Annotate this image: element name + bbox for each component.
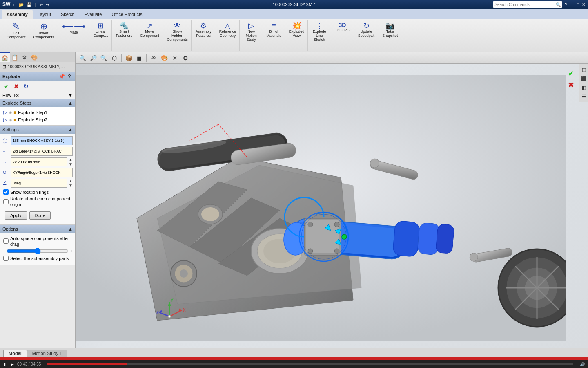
distance-input[interactable] bbox=[11, 157, 67, 166]
rotate-about-checkbox[interactable] bbox=[3, 199, 9, 204]
assembly-features-btn[interactable]: ⚙ AssemblyFeatures bbox=[194, 21, 213, 38]
angle-input[interactable] bbox=[11, 179, 67, 188]
group-show-hidden: 👁 ShowHiddenComponents bbox=[164, 20, 192, 51]
move-component-btn[interactable]: ↗ MoveComponent bbox=[138, 21, 161, 38]
svg-text:Y: Y bbox=[171, 298, 174, 303]
panel-tab-property-manager[interactable]: 📋 bbox=[10, 52, 20, 62]
display-style-btn[interactable]: ◼ bbox=[135, 54, 144, 63]
appearance-btn[interactable]: 🎨 bbox=[160, 54, 169, 63]
rp-btn4[interactable]: ☰ bbox=[580, 92, 588, 101]
ref-geometry-icon: △ bbox=[225, 22, 230, 29]
play-btn[interactable]: ▶ bbox=[11, 362, 14, 366]
tab-layout[interactable]: Layout bbox=[33, 10, 56, 19]
close-btn[interactable]: ✕ bbox=[582, 2, 586, 7]
steps-collapse-icon[interactable]: ▲ bbox=[68, 101, 73, 105]
pattern-label: LinearCompo... bbox=[94, 29, 109, 38]
spacing-slider[interactable] bbox=[7, 248, 68, 254]
svg-point-10 bbox=[201, 207, 219, 221]
maximize-btn[interactable]: □ bbox=[577, 2, 579, 7]
edit-component-btn[interactable]: ✎ EditComponent bbox=[5, 21, 27, 40]
redo-btn[interactable]: ↪ bbox=[46, 2, 49, 7]
distance-up-btn[interactable]: ▲ bbox=[69, 157, 73, 162]
view-orient-btn[interactable]: 📦 bbox=[124, 54, 133, 63]
ref-geometry-btn[interactable]: △ ReferenceGeometry bbox=[218, 21, 238, 38]
mate-btn[interactable]: ⟵⟶ Mate bbox=[60, 21, 87, 35]
new-btn[interactable]: □ bbox=[13, 2, 16, 7]
open-btn[interactable]: 📂 bbox=[19, 2, 24, 7]
search-input[interactable] bbox=[494, 2, 556, 7]
explode-section-header: Explode 📌 ? bbox=[0, 72, 75, 81]
help-btn[interactable]: ? bbox=[565, 2, 567, 7]
tab-evaluate[interactable]: Evaluate bbox=[80, 10, 107, 19]
howto-header[interactable]: How-To: ▼ bbox=[0, 92, 75, 99]
explode-options-btn[interactable]: ↻ bbox=[22, 82, 30, 90]
confirm-btn[interactable]: ✔ bbox=[2, 82, 11, 90]
undo-btn[interactable]: ↩ bbox=[40, 2, 43, 7]
component-input[interactable] bbox=[11, 136, 73, 145]
explode-line-btn[interactable]: ⋮ ExplodeLineSketch bbox=[310, 21, 328, 43]
select-subassembly-checkbox[interactable] bbox=[3, 256, 9, 261]
panel-tab-display[interactable]: 🎨 bbox=[29, 52, 39, 62]
bom-icon: ≡ bbox=[272, 22, 276, 29]
exploded-view-btn[interactable]: 💥 ExplodedView bbox=[287, 21, 306, 38]
tab-sketch[interactable]: Sketch bbox=[56, 10, 80, 19]
angle-down-btn[interactable]: ▼ bbox=[69, 183, 73, 188]
slider-max-icon: + bbox=[70, 249, 73, 254]
tab-assembly[interactable]: Assembly bbox=[2, 10, 33, 19]
howto-section: How-To: ▼ bbox=[0, 92, 75, 99]
panel-tab-configuration[interactable]: ⚙ bbox=[20, 52, 29, 62]
show-rotation-rings-checkbox[interactable] bbox=[3, 189, 9, 195]
apply-button[interactable]: Apply bbox=[5, 211, 27, 220]
linear-pattern-btn[interactable]: ⊞ LinearCompo... bbox=[92, 21, 110, 38]
zoom-to-fit-btn[interactable]: 🔍 bbox=[78, 54, 87, 63]
insert-components-btn[interactable]: ⊕ InsertComponents bbox=[32, 21, 56, 40]
angle-ref-input[interactable] bbox=[11, 168, 73, 177]
zoom-in-btn[interactable]: 🔎 bbox=[89, 54, 98, 63]
new-motion-btn[interactable]: ▷ NewMotionStudy bbox=[242, 21, 260, 43]
step-item-1[interactable]: ▷ ⊕ ■ Explode Step1 bbox=[2, 109, 74, 116]
volume-icon[interactable]: 🔊 bbox=[580, 362, 585, 366]
rp-btn3[interactable]: ◧ bbox=[580, 83, 588, 92]
take-snapshot-btn[interactable]: 📷 TakeSnapshot bbox=[381, 21, 399, 38]
assembly-features-icon: ⚙ bbox=[200, 22, 207, 29]
viewport[interactable]: 🔍 🔎 🔎 ⬡ 📦 ◼ 👁 🎨 ☀ ⚙ bbox=[76, 52, 588, 348]
section-help-btn[interactable]: ? bbox=[66, 73, 73, 80]
fasteners-label: SmartFasteners bbox=[116, 29, 132, 38]
panel-tab-feature-manager[interactable]: 🏠 bbox=[0, 52, 10, 62]
done-button[interactable]: Done bbox=[29, 211, 51, 220]
show-hidden-btn[interactable]: 👁 ShowHiddenComponents bbox=[165, 21, 189, 43]
minimize-btn[interactable]: — bbox=[570, 2, 574, 7]
tab-motion-study[interactable]: Motion Study 1 bbox=[27, 350, 67, 357]
timeline-scrubber[interactable] bbox=[47, 363, 573, 365]
distance-down-btn[interactable]: ▼ bbox=[69, 162, 73, 166]
instant3d-btn[interactable]: 3D Instant3D bbox=[333, 21, 352, 33]
section-pin-btn[interactable]: 📌 bbox=[58, 73, 65, 80]
steps-list: ▷ ⊕ ■ Explode Step1 ▷ ⊕ ■ Explode Step2 bbox=[0, 107, 75, 125]
hide-show-btn[interactable]: 👁 bbox=[149, 54, 158, 63]
viewport-confirm-btn[interactable]: ✔ bbox=[566, 69, 576, 79]
cancel-btn[interactable]: ✖ bbox=[12, 82, 20, 90]
tab-office-products[interactable]: Office Products bbox=[107, 10, 147, 19]
rp-btn1[interactable]: ◫ bbox=[580, 65, 588, 74]
lighting-btn[interactable]: ☀ bbox=[170, 54, 179, 63]
model-area[interactable]: X Y Z bbox=[76, 64, 588, 348]
bom-btn[interactable]: ≡ Bill ofMaterials bbox=[265, 21, 283, 38]
step-item-2[interactable]: ▷ ⊕ ■ Explode Step2 bbox=[2, 116, 74, 123]
search-icon: 🔍 bbox=[556, 2, 561, 7]
auto-space-checkbox[interactable] bbox=[3, 238, 9, 244]
angle-up-btn[interactable]: ▲ bbox=[69, 179, 73, 183]
smart-fasteners-btn[interactable]: 🔩 SmartFasteners bbox=[114, 21, 134, 38]
tab-model[interactable]: Model bbox=[3, 350, 27, 357]
pause-btn[interactable]: ⏸ bbox=[3, 362, 7, 366]
rp-btn2[interactable]: ⬛ bbox=[580, 74, 588, 83]
update-speedpak-btn[interactable]: ↻ UpdateSpeedpak bbox=[356, 21, 376, 38]
section-view-btn[interactable]: ⬡ bbox=[110, 54, 119, 63]
save-btn[interactable]: 💾 bbox=[27, 2, 31, 7]
edge-input[interactable] bbox=[11, 147, 73, 156]
angle-ref-row: ↻ bbox=[2, 168, 73, 177]
viewport-cancel-btn[interactable]: ✖ bbox=[566, 80, 576, 90]
options-collapse-icon[interactable]: ▲ bbox=[68, 227, 73, 231]
settings-collapse-icon[interactable]: ▲ bbox=[68, 127, 73, 132]
zoom-out-btn[interactable]: 🔎 bbox=[99, 54, 108, 63]
view-settings-btn[interactable]: ⚙ bbox=[181, 54, 190, 63]
